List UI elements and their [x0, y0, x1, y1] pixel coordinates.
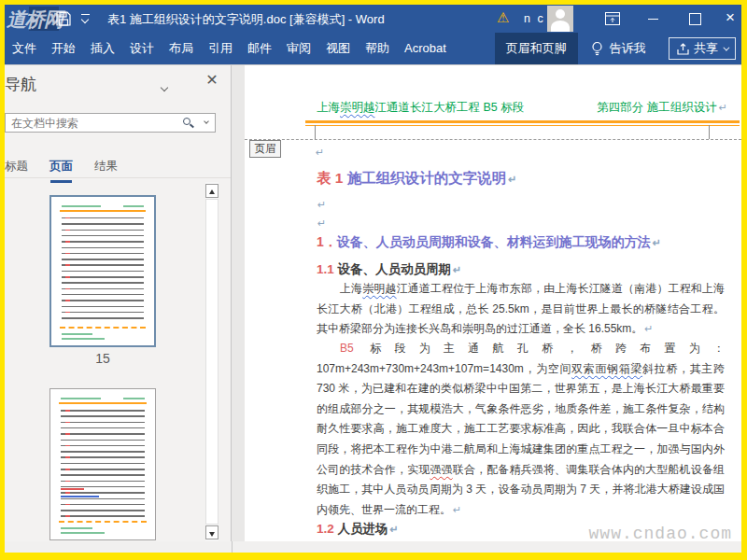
close-button[interactable]: ×	[714, 5, 741, 33]
overline	[81, 14, 90, 15]
empty-paragraph: ↵	[316, 217, 326, 230]
tab-home[interactable]: 开始	[44, 33, 83, 64]
triangle-down-icon	[209, 532, 215, 537]
body-paragraph-1[interactable]: 上海崇明越江通道工程位于上海市东部，由上海长江隧道（南港）工程和上海长江大桥（北…	[317, 279, 725, 340]
thumb-header-text-line	[123, 398, 144, 399]
tab-review[interactable]: 审阅	[279, 33, 318, 64]
document-search-box[interactable]	[5, 113, 216, 133]
warning-icon[interactable]: ⚠	[497, 9, 509, 26]
triangle-up-icon	[209, 189, 215, 194]
share-label: 共享	[694, 40, 718, 57]
thumb-body-text-lines	[61, 410, 145, 517]
search-options-chevron-icon[interactable]	[204, 119, 209, 124]
document-area: 上海崇明越江通道长江大桥工程 B5 标段 第四部分 施工组织设计↵ 页眉 ↵ 表…	[232, 65, 741, 541]
share-button[interactable]: 共享	[669, 37, 736, 60]
margin-tick	[709, 125, 710, 139]
chevron-down-icon	[723, 44, 729, 50]
page-header-left-text[interactable]: 上海崇明越江通道长江大桥工程 B5 标段	[317, 100, 524, 116]
page-thumbnail-list: 15	[5, 179, 204, 541]
tab-mailings[interactable]: 邮件	[240, 33, 279, 64]
body-paragraph-2[interactable]: B5 标段为主通航孔桥，桥跨布置为：107m+243m+730m+243m+10…	[317, 339, 725, 520]
tab-view[interactable]: 视图	[318, 33, 358, 64]
pilcrow-mark: ↵	[341, 504, 349, 515]
header-region-tag: 页眉	[249, 140, 281, 158]
heading-1-1[interactable]: 1.1 设备、人员动员周期↵	[317, 261, 461, 278]
scroll-up-button[interactable]	[205, 184, 218, 198]
floppy-disk-icon	[56, 11, 71, 26]
thumb-header-text-line	[61, 398, 101, 399]
document-page[interactable]: 上海崇明越江通道长江大桥工程 B5 标段 第四部分 施工组织设计↵ 页眉 ↵ 表…	[245, 65, 741, 541]
search-icon[interactable]	[183, 118, 190, 125]
maximize-button[interactable]	[679, 5, 711, 33]
share-icon	[677, 43, 689, 55]
pilcrow-mark: ↵	[508, 174, 516, 185]
customize-quick-access-toolbar-button[interactable]	[80, 14, 92, 25]
page-header-right-text[interactable]: 第四部分 施工组织设计↵	[597, 100, 727, 116]
user-avatar[interactable]	[547, 6, 573, 32]
tab-header-footer-tools[interactable]: 页眉和页脚	[495, 33, 578, 64]
thumb-footer-text-line	[62, 338, 105, 340]
logo-text: 道桥网	[7, 7, 63, 33]
thumb-footer-dashed-rule	[59, 521, 147, 523]
search-input[interactable]	[11, 115, 151, 131]
user-name-label: n c	[524, 12, 545, 25]
tab-references[interactable]: 引用	[201, 33, 240, 64]
tab-design[interactable]: 设计	[122, 33, 162, 64]
tab-acrobat[interactable]: Acrobat	[397, 33, 454, 64]
ribbon-options-icon	[605, 12, 620, 25]
thumb-footer-text-line	[61, 527, 92, 529]
chevron-down-icon	[81, 16, 89, 23]
navigation-pane-options-button[interactable]	[162, 77, 175, 89]
nav-tab-results[interactable]: 结果	[94, 159, 118, 177]
pilcrow-mark: ↵	[719, 102, 727, 113]
navigation-pane-close-button[interactable]: ✕	[203, 71, 221, 89]
empty-paragraph: ↵	[314, 146, 324, 159]
header-orange-rule	[305, 120, 740, 123]
thumb-header-rule	[59, 402, 147, 404]
tab-insert[interactable]: 插入	[83, 33, 122, 64]
tell-me-label: 告诉我	[610, 40, 646, 57]
ribbon-display-options-button[interactable]	[597, 5, 628, 33]
header-boundary-dashed-line	[245, 139, 741, 140]
pilcrow-mark: ↵	[453, 264, 461, 275]
tab-layout[interactable]: 布局	[162, 33, 201, 64]
ribbon-tab-bar: 文件 开始 插入 设计 布局 引用 邮件 审阅 视图 帮助 Acrobat 页眉…	[5, 33, 741, 64]
thumb-header-rule	[60, 210, 146, 212]
heading-1-2[interactable]: 1.2 人员进场↵	[317, 521, 399, 538]
navigation-pane: 导航 ✕ 标题 页面 结果	[5, 65, 232, 541]
lightbulb-icon	[591, 41, 603, 56]
heading-1[interactable]: 1．设备、人员动员周期和设备、材料运到施工现场的方法↵	[317, 234, 661, 251]
page-thumbnail[interactable]	[49, 388, 156, 540]
scroll-down-button[interactable]	[205, 525, 218, 539]
tell-me-button[interactable]: 告诉我	[591, 33, 646, 64]
main-area: 导航 ✕ 标题 页面 结果	[5, 64, 741, 541]
thumb-blue-text-line	[61, 496, 98, 497]
save-button[interactable]	[56, 11, 71, 26]
tab-file[interactable]: 文件	[5, 33, 44, 64]
thumb-body-text-lines	[62, 217, 144, 323]
word-window: 道桥网 表1 施工组织设计的文字说明.doc [兼容模式] - Word ⚠ n…	[5, 5, 741, 553]
navigation-pane-title: 导航	[5, 74, 36, 95]
bottom-strip	[5, 541, 741, 553]
nav-tab-pages[interactable]: 页面	[49, 159, 73, 177]
thumb-footer-text-line	[62, 333, 92, 335]
thumb-footer-dashed-rule	[60, 327, 146, 329]
scrollbar-thumb[interactable]	[205, 199, 218, 525]
thumb-footer-text-line	[61, 532, 105, 534]
page-thumbnail-selected[interactable]	[49, 195, 156, 347]
tab-help[interactable]: 帮助	[358, 33, 397, 64]
thumb-red-list-marks	[65, 410, 70, 517]
nav-tab-headings[interactable]: 标题	[5, 159, 28, 177]
pilcrow-mark: ↵	[453, 504, 461, 515]
title-bar: 道桥网 表1 施工组织设计的文字说明.doc [兼容模式] - Word ⚠ n…	[5, 5, 741, 33]
navigation-tabs: 标题 页面 结果	[5, 153, 231, 178]
pilcrow-mark: ↵	[317, 217, 326, 229]
pilcrow-mark: ↵	[653, 237, 661, 248]
minimize-button[interactable]	[638, 5, 669, 33]
pilcrow-mark: ↵	[316, 147, 324, 158]
chevron-down-icon	[161, 84, 168, 91]
thumbnail-scrollbar[interactable]	[205, 182, 218, 541]
thumb-red-text-line	[61, 488, 84, 490]
document-title[interactable]: 表 1 施工组织设计的文字说明↵	[317, 169, 516, 189]
empty-paragraph: ↵	[339, 503, 349, 516]
